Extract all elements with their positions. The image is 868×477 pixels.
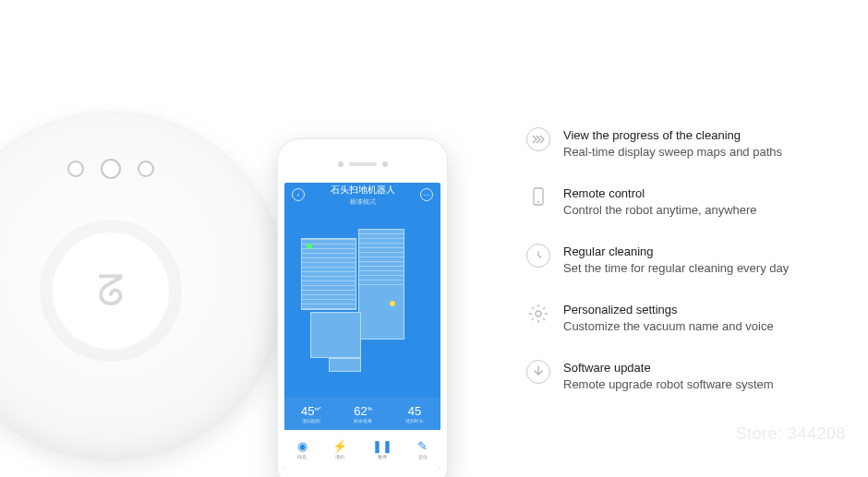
feature-title: Personalized settings	[563, 302, 774, 318]
more-icon: ⋯	[420, 188, 433, 201]
gear-icon	[526, 302, 550, 326]
app-title: 石头扫地机器人	[305, 184, 420, 197]
app-bottom-bar: ◉回充 ⚡清扫 ❚❚暂停 ✎定位	[284, 430, 440, 469]
robot-logo: ᘔ	[97, 266, 125, 316]
robot-power-button	[101, 159, 121, 179]
feature-desc: Remote upgrade robot software system	[563, 376, 774, 393]
map-robot-dot	[390, 301, 395, 306]
download-icon	[526, 360, 550, 384]
back-icon: ‹	[292, 188, 305, 201]
robot-vacuum-image: ᘔ	[0, 111, 286, 461]
feature-title: Software update	[563, 360, 774, 376]
feature-title: Regular cleaning	[563, 244, 789, 260]
pause-icon: ❚❚暂停	[372, 439, 392, 459]
svg-point-2	[536, 311, 541, 316]
robot-home-button	[67, 161, 84, 177]
phone-screen: ‹ 石头扫地机器人 标准模式 ⋯ 45m² 清扫面积 62% 剩余	[284, 183, 440, 469]
robot-center-hub: ᘔ	[51, 231, 171, 351]
feature-desc: Customize the vacuum name and voice	[563, 318, 774, 335]
phone-mockup: ‹ 石头扫地机器人 标准模式 ⋯ 45m² 清扫面积 62% 剩余	[277, 138, 448, 477]
feature-title: View the progress of the cleaning	[563, 127, 782, 144]
feature-list: View the progress of the cleaning Real-t…	[526, 127, 840, 392]
remote-icon	[526, 185, 550, 209]
phone-sensor-dot	[382, 161, 388, 167]
feature-remote: Remote control Control the robot anytime…	[526, 185, 840, 218]
stats-row: 45m² 清扫面积 62% 剩余电量 45 清扫时长	[284, 397, 440, 430]
feature-title: Remote control	[563, 185, 757, 202]
progress-icon	[526, 127, 550, 151]
feature-desc: Real-time display sweep maps and paths	[563, 144, 782, 161]
feature-settings: Personalized settings Customize the vacu…	[526, 302, 840, 334]
app-header: ‹ 石头扫地机器人 标准模式 ⋯	[284, 183, 440, 207]
dock-icon: ◉回充	[297, 439, 307, 459]
feature-schedule: Regular cleaning Set the time for regula…	[526, 244, 840, 276]
watermark: Store: 344208	[735, 424, 846, 444]
robot-spot-button	[138, 161, 154, 177]
map-start-dot	[307, 244, 312, 249]
clean-icon: ⚡清扫	[332, 439, 347, 459]
cleaning-map	[301, 229, 421, 376]
clock-icon	[526, 244, 550, 268]
robot-button-row	[67, 159, 154, 179]
phone-top-bezel	[284, 146, 440, 183]
stat-time: 45 清扫时长	[405, 404, 424, 423]
svg-point-1	[537, 201, 539, 203]
phone-camera-dot	[338, 161, 344, 167]
locate-icon: ✎定位	[417, 439, 428, 459]
phone-speaker	[349, 162, 377, 166]
stat-battery: 62% 剩余电量	[354, 404, 372, 423]
feature-progress: View the progress of the cleaning Real-t…	[526, 127, 840, 160]
app-subtitle: 标准模式	[305, 197, 420, 207]
feature-desc: Set the time for regular cleaning every …	[563, 260, 789, 277]
feature-update: Software update Remote upgrade robot sof…	[526, 360, 840, 392]
stat-area: 45m² 清扫面积	[301, 404, 320, 423]
feature-desc: Control the robot anytime, anywhere	[563, 202, 757, 219]
